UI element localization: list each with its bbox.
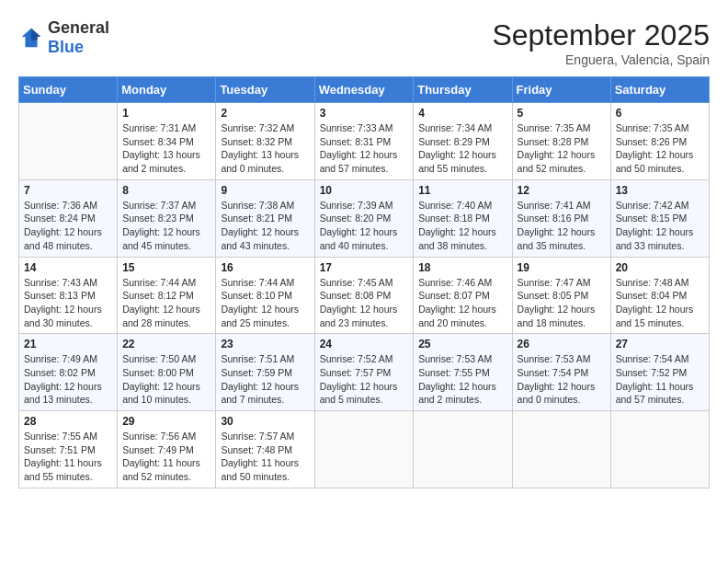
day-number: 14	[24, 261, 112, 274]
day-info: Sunrise: 7:51 AM Sunset: 7:59 PM Dayligh…	[221, 352, 309, 407]
day-number: 4	[418, 107, 506, 120]
day-number: 16	[221, 261, 309, 274]
day-number: 5	[518, 107, 606, 120]
calendar-cell: 10Sunrise: 7:39 AM Sunset: 8:20 PM Dayli…	[314, 179, 414, 257]
calendar-cell	[314, 411, 414, 488]
calendar-week-row: 21Sunrise: 7:49 AM Sunset: 8:02 PM Dayli…	[19, 334, 710, 411]
day-info: Sunrise: 7:34 AM Sunset: 8:29 PM Dayligh…	[418, 121, 506, 176]
calendar-cell: 9Sunrise: 7:38 AM Sunset: 8:21 PM Daylig…	[216, 179, 314, 257]
day-number: 3	[320, 107, 409, 120]
logo-general: General	[48, 18, 109, 37]
day-number: 22	[122, 338, 210, 350]
weekday-header: Monday	[118, 77, 216, 103]
day-info: Sunrise: 7:52 AM Sunset: 7:57 PM Dayligh…	[320, 352, 409, 407]
day-info: Sunrise: 7:31 AM Sunset: 8:34 PM Dayligh…	[122, 121, 210, 176]
day-info: Sunrise: 7:43 AM Sunset: 8:13 PM Dayligh…	[24, 276, 112, 330]
day-number: 12	[518, 184, 606, 197]
day-info: Sunrise: 7:44 AM Sunset: 8:10 PM Dayligh…	[221, 276, 309, 330]
day-number: 25	[418, 338, 506, 350]
day-info: Sunrise: 7:48 AM Sunset: 8:04 PM Dayligh…	[616, 276, 704, 330]
weekday-header: Wednesday	[314, 77, 414, 103]
calendar-week-row: 1Sunrise: 7:31 AM Sunset: 8:34 PM Daylig…	[19, 103, 710, 180]
logo: General Blue	[18, 18, 109, 57]
calendar-week-row: 28Sunrise: 7:55 AM Sunset: 7:51 PM Dayli…	[19, 411, 710, 488]
calendar-cell: 12Sunrise: 7:41 AM Sunset: 8:16 PM Dayli…	[512, 179, 610, 257]
day-info: Sunrise: 7:35 AM Sunset: 8:28 PM Dayligh…	[518, 121, 606, 176]
day-info: Sunrise: 7:36 AM Sunset: 8:24 PM Dayligh…	[24, 199, 112, 253]
weekday-header: Friday	[512, 77, 610, 103]
day-info: Sunrise: 7:45 AM Sunset: 8:08 PM Dayligh…	[320, 276, 409, 330]
day-number: 15	[122, 261, 210, 274]
day-number: 19	[518, 261, 606, 274]
day-number: 8	[122, 184, 210, 197]
weekday-header: Thursday	[414, 77, 512, 103]
day-number: 17	[320, 261, 409, 274]
day-info: Sunrise: 7:41 AM Sunset: 8:16 PM Dayligh…	[518, 199, 606, 253]
day-info: Sunrise: 7:44 AM Sunset: 8:12 PM Dayligh…	[122, 276, 210, 330]
day-info: Sunrise: 7:35 AM Sunset: 8:26 PM Dayligh…	[616, 121, 704, 176]
weekday-header-row: SundayMondayTuesdayWednesdayThursdayFrid…	[19, 77, 710, 103]
day-info: Sunrise: 7:54 AM Sunset: 7:52 PM Dayligh…	[616, 352, 704, 407]
day-number: 18	[418, 261, 506, 274]
day-number: 30	[221, 415, 309, 428]
svg-marker-1	[31, 29, 40, 40]
calendar-cell: 18Sunrise: 7:46 AM Sunset: 8:07 PM Dayli…	[414, 257, 512, 334]
calendar-cell: 13Sunrise: 7:42 AM Sunset: 8:15 PM Dayli…	[610, 179, 709, 257]
day-info: Sunrise: 7:40 AM Sunset: 8:18 PM Dayligh…	[418, 199, 506, 253]
calendar-cell: 25Sunrise: 7:53 AM Sunset: 7:55 PM Dayli…	[414, 334, 512, 411]
calendar-cell	[512, 411, 610, 488]
day-number: 9	[221, 184, 309, 197]
day-number: 1	[122, 107, 210, 120]
calendar-cell	[610, 411, 709, 488]
calendar-cell: 24Sunrise: 7:52 AM Sunset: 7:57 PM Dayli…	[314, 334, 414, 411]
day-info: Sunrise: 7:39 AM Sunset: 8:20 PM Dayligh…	[320, 199, 409, 253]
logo-text: General Blue	[48, 18, 109, 57]
calendar-cell	[19, 103, 118, 180]
calendar-cell: 6Sunrise: 7:35 AM Sunset: 8:26 PM Daylig…	[610, 103, 709, 180]
logo-icon	[18, 25, 44, 51]
day-number: 24	[320, 338, 409, 350]
logo-blue: Blue	[48, 38, 84, 56]
calendar-cell: 11Sunrise: 7:40 AM Sunset: 8:18 PM Dayli…	[414, 179, 512, 257]
calendar-cell: 21Sunrise: 7:49 AM Sunset: 8:02 PM Dayli…	[19, 334, 118, 411]
day-info: Sunrise: 7:37 AM Sunset: 8:23 PM Dayligh…	[122, 199, 210, 253]
calendar-week-row: 7Sunrise: 7:36 AM Sunset: 8:24 PM Daylig…	[19, 179, 710, 257]
calendar-cell: 28Sunrise: 7:55 AM Sunset: 7:51 PM Dayli…	[19, 411, 118, 488]
calendar-cell: 14Sunrise: 7:43 AM Sunset: 8:13 PM Dayli…	[19, 257, 118, 334]
day-number: 2	[221, 107, 309, 120]
page-header: General Blue September 2025 Enguera, Val…	[18, 18, 710, 67]
calendar-cell: 3Sunrise: 7:33 AM Sunset: 8:31 PM Daylig…	[314, 103, 414, 180]
calendar-cell: 7Sunrise: 7:36 AM Sunset: 8:24 PM Daylig…	[19, 179, 118, 257]
calendar-cell: 16Sunrise: 7:44 AM Sunset: 8:10 PM Dayli…	[216, 257, 314, 334]
day-number: 13	[616, 184, 704, 197]
calendar-cell: 26Sunrise: 7:53 AM Sunset: 7:54 PM Dayli…	[512, 334, 610, 411]
day-number: 10	[320, 184, 409, 197]
day-number: 7	[24, 184, 112, 197]
location: Enguera, Valencia, Spain	[492, 52, 710, 67]
day-number: 20	[616, 261, 704, 274]
calendar-cell: 2Sunrise: 7:32 AM Sunset: 8:32 PM Daylig…	[216, 103, 314, 180]
day-info: Sunrise: 7:47 AM Sunset: 8:05 PM Dayligh…	[518, 276, 606, 330]
calendar-table: SundayMondayTuesdayWednesdayThursdayFrid…	[18, 76, 710, 488]
day-info: Sunrise: 7:42 AM Sunset: 8:15 PM Dayligh…	[616, 199, 704, 253]
calendar-cell: 30Sunrise: 7:57 AM Sunset: 7:48 PM Dayli…	[216, 411, 314, 488]
month-title: September 2025	[492, 18, 710, 52]
day-info: Sunrise: 7:55 AM Sunset: 7:51 PM Dayligh…	[24, 430, 112, 484]
day-number: 26	[518, 338, 606, 350]
calendar-cell: 27Sunrise: 7:54 AM Sunset: 7:52 PM Dayli…	[610, 334, 709, 411]
day-number: 11	[418, 184, 506, 197]
title-block: September 2025 Enguera, Valencia, Spain	[492, 18, 710, 67]
day-info: Sunrise: 7:57 AM Sunset: 7:48 PM Dayligh…	[221, 430, 309, 484]
day-number: 28	[24, 415, 112, 428]
day-info: Sunrise: 7:53 AM Sunset: 7:55 PM Dayligh…	[418, 352, 506, 407]
calendar-week-row: 14Sunrise: 7:43 AM Sunset: 8:13 PM Dayli…	[19, 257, 710, 334]
day-number: 21	[24, 338, 112, 350]
calendar-cell: 15Sunrise: 7:44 AM Sunset: 8:12 PM Dayli…	[118, 257, 216, 334]
calendar-cell: 20Sunrise: 7:48 AM Sunset: 8:04 PM Dayli…	[610, 257, 709, 334]
day-number: 6	[616, 107, 704, 120]
calendar-cell: 5Sunrise: 7:35 AM Sunset: 8:28 PM Daylig…	[512, 103, 610, 180]
calendar-cell: 22Sunrise: 7:50 AM Sunset: 8:00 PM Dayli…	[118, 334, 216, 411]
day-number: 29	[122, 415, 210, 428]
calendar-cell: 29Sunrise: 7:56 AM Sunset: 7:49 PM Dayli…	[118, 411, 216, 488]
day-info: Sunrise: 7:38 AM Sunset: 8:21 PM Dayligh…	[221, 199, 309, 253]
